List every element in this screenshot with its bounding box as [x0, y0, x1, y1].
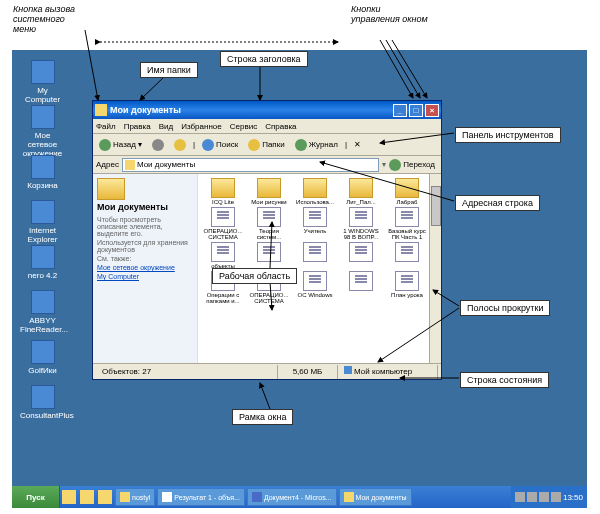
search-button[interactable]: Поиск: [199, 137, 241, 153]
desktop: My Computer Мое сетевое окружение Корзин…: [12, 50, 587, 508]
desktop-icon-network[interactable]: Мое сетевое окружение: [20, 105, 65, 158]
callout-toolbar: Панель инструментов: [455, 127, 561, 143]
close-button[interactable]: ×: [425, 104, 439, 117]
file-item[interactable]: Теория систем...: [248, 207, 290, 240]
ql-icon[interactable]: [98, 490, 112, 504]
status-objects: Объектов: 27: [96, 365, 278, 379]
folder-large-icon: [97, 178, 125, 200]
maximize-button[interactable]: □: [409, 104, 423, 117]
panel-tip: Чтобы просмотреть описание элемента, выд…: [97, 216, 193, 237]
menu-view[interactable]: Вид: [159, 122, 173, 131]
tray-icon[interactable]: [515, 492, 525, 502]
address-bar: Адрес Мои документы ▾ Переход: [93, 156, 441, 174]
callout-workarea: Рабочая область: [212, 268, 297, 284]
desktop-icon-golf[interactable]: GolfИки: [20, 340, 65, 375]
callout-titlebar: Строка заголовка: [220, 51, 308, 67]
tray-icon[interactable]: [539, 492, 549, 502]
file-item[interactable]: Использова...: [294, 178, 336, 205]
address-value: Мои документы: [137, 160, 195, 169]
taskbar-task[interactable]: Мои документы: [339, 488, 412, 506]
panel-also: См. также:: [97, 255, 193, 262]
tray-icon[interactable]: [551, 492, 561, 502]
go-button[interactable]: Переход: [386, 157, 438, 173]
minimize-button[interactable]: _: [393, 104, 407, 117]
file-item[interactable]: Учитель: [294, 207, 336, 240]
annotation-window-buttons: Кнопки управления окном: [351, 4, 431, 24]
menu-edit[interactable]: Правка: [124, 122, 151, 131]
file-item[interactable]: объекты: [202, 242, 244, 269]
callout-addressbar: Адресная строка: [455, 195, 540, 211]
folders-button[interactable]: Папки: [245, 137, 288, 153]
desktop-icon-abbyy[interactable]: ABBYY FineReader...: [20, 290, 65, 334]
taskbar-task[interactable]: nostyl: [115, 488, 155, 506]
address-label: Адрес: [96, 160, 119, 169]
system-tray[interactable]: 13:50: [511, 486, 587, 508]
left-panel: Мои документы Чтобы просмотреть описание…: [93, 174, 198, 363]
link-network[interactable]: Мое сетевое окружение: [97, 264, 193, 271]
callout-statusbar: Строка состояния: [460, 372, 549, 388]
desktop-icon-consult[interactable]: ConsultantPlus: [20, 385, 65, 420]
desktop-icon-nero[interactable]: nero 4.2: [20, 245, 65, 280]
fwd-button[interactable]: [149, 137, 167, 153]
desktop-icon-ie[interactable]: Internet Explorer: [20, 200, 65, 244]
file-item[interactable]: План урока: [386, 271, 428, 304]
file-item[interactable]: Базовый курс ПК Часть 1: [386, 207, 428, 240]
callout-folder-name: Имя папки: [140, 62, 198, 78]
file-item[interactable]: ОС Windows: [294, 271, 336, 304]
desktop-icon-recycle[interactable]: Корзина: [20, 155, 65, 190]
file-item[interactable]: Лит_Пал...: [340, 178, 382, 205]
window-title: Мои документы: [110, 105, 181, 115]
file-item[interactable]: [248, 242, 290, 269]
tray-icon[interactable]: [527, 492, 537, 502]
menu-help[interactable]: Справка: [265, 122, 296, 131]
journal-button[interactable]: Журнал: [292, 137, 341, 153]
back-button[interactable]: Назад ▾: [96, 137, 145, 153]
taskbar: Пуск nostyl Результат 1 - объя... Докуме…: [12, 486, 587, 508]
toolbar: Назад ▾ | Поиск Папки Журнал | ✕: [93, 134, 441, 156]
panel-heading: Мои документы: [97, 202, 193, 212]
callout-frame: Рамка окна: [232, 409, 293, 425]
vertical-scrollbar[interactable]: [429, 174, 441, 363]
callout-scrollbars: Полосы прокрутки: [460, 300, 550, 316]
folder-icon: [125, 160, 135, 170]
panel-desc: Используется для хранения документов: [97, 239, 193, 253]
scroll-thumb[interactable]: [431, 186, 441, 226]
taskbar-task[interactable]: Результат 1 - объя...: [157, 488, 245, 506]
menu-bar: Файл Правка Вид Избранное Сервис Справка: [93, 119, 441, 134]
clock: 13:50: [563, 493, 583, 502]
start-button[interactable]: Пуск: [12, 486, 60, 508]
menu-fav[interactable]: Избранное: [181, 122, 222, 131]
address-field[interactable]: Мои документы: [122, 158, 379, 172]
taskbar-task[interactable]: Документ4 - Micros...: [247, 488, 337, 506]
file-item[interactable]: [294, 242, 336, 269]
file-item[interactable]: ICQ Lite: [202, 178, 244, 205]
title-bar[interactable]: Мои документы _ □ ×: [93, 101, 441, 119]
desktop-icon-mycomputer[interactable]: My Computer: [20, 60, 65, 104]
menu-tools[interactable]: Сервис: [230, 122, 257, 131]
file-item[interactable]: Лабраб: [386, 178, 428, 205]
annotation-system-menu: Кнопка вызова системного меню: [13, 4, 83, 34]
file-item[interactable]: Мои рисунки: [248, 178, 290, 205]
up-button[interactable]: [171, 137, 189, 153]
ql-icon[interactable]: [62, 490, 76, 504]
menu-file[interactable]: Файл: [96, 122, 116, 131]
file-item[interactable]: [386, 242, 428, 269]
link-mycomputer[interactable]: My Computer: [97, 273, 193, 280]
status-bar: Объектов: 27 5,60 МБ Мой компьютер: [93, 363, 441, 379]
system-menu-icon[interactable]: [95, 104, 107, 116]
tool-extra[interactable]: ✕: [351, 137, 364, 153]
file-item[interactable]: [340, 242, 382, 269]
file-item[interactable]: ОПЕРАЦИО... СИСТЕМА: [202, 207, 244, 240]
status-location: Мой компьютер: [338, 365, 438, 379]
file-item[interactable]: 1 WINDOWS 98 В ВОПР...: [340, 207, 382, 240]
status-size: 5,60 МБ: [278, 365, 338, 379]
explorer-window: Мои документы _ □ × Файл Правка Вид Избр…: [92, 100, 442, 380]
ql-icon[interactable]: [80, 490, 94, 504]
file-item[interactable]: [340, 271, 382, 304]
